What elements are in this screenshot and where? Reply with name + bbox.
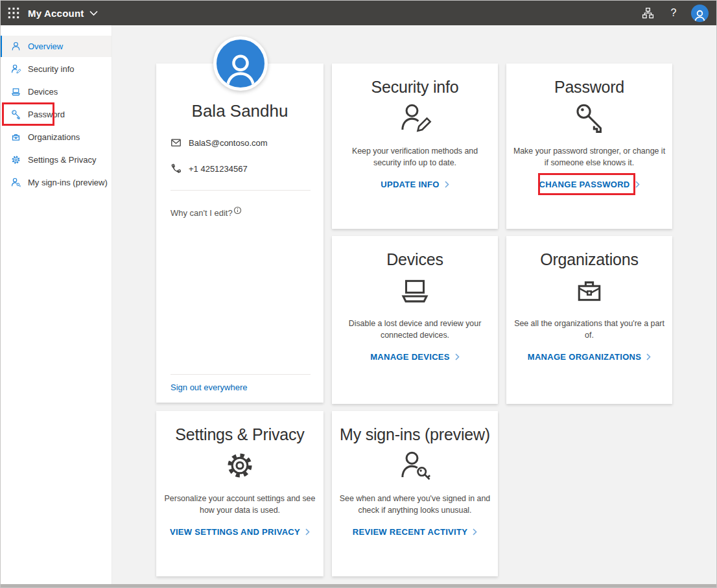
divider — [170, 374, 311, 375]
briefcase-icon — [572, 273, 607, 308]
person-icon — [10, 41, 21, 52]
card-title: Security info — [371, 78, 459, 97]
view-settings-privacy-link[interactable]: VIEW SETTINGS AND PRIVACY — [170, 527, 310, 537]
gear-icon — [10, 154, 21, 165]
card-description: Personalize your account settings and se… — [156, 493, 323, 517]
card-title: Settings & Privacy — [175, 425, 304, 444]
key-icon — [10, 109, 21, 120]
sidebar-item-my-sign-ins[interactable]: My sign-ins (preview) — [1, 172, 112, 193]
manage-devices-link[interactable]: MANAGE DEVICES — [370, 352, 460, 362]
sidebar-item-overview[interactable]: Overview — [1, 36, 112, 57]
sign-out-everywhere-link[interactable]: Sign out everywhere — [156, 382, 323, 392]
organizations-card: Organizations See all the organizations … — [506, 236, 672, 404]
sidebar-nav: Overview Security info Devices Password — [1, 25, 112, 584]
profile-email-row: BalaS@contoso.com — [156, 137, 323, 148]
card-description: Disable a lost device and review your co… — [332, 318, 498, 342]
person-key-icon — [397, 448, 432, 483]
chevron-right-icon — [445, 181, 449, 188]
chevron-right-icon — [305, 528, 310, 535]
chevron-right-icon — [635, 181, 640, 188]
avatar-person-icon — [691, 5, 709, 22]
security-info-card: Security info Keep your verification met… — [332, 64, 498, 229]
card-description: Keep your verification methods and secur… — [332, 146, 498, 169]
my-account-page: My Account ? — [0, 0, 717, 588]
help-icon[interactable]: ? — [663, 3, 684, 23]
gear-icon — [222, 448, 257, 483]
card-title: Organizations — [540, 250, 639, 269]
chevron-right-icon — [646, 353, 651, 360]
devices-card: Devices Disable a lost device and review… — [332, 236, 498, 404]
profile-phone-row: +1 4251234567 — [156, 163, 323, 174]
sidebar-item-label: Devices — [28, 87, 58, 97]
card-description: Make your password stronger, or change i… — [506, 146, 672, 169]
chevron-right-icon — [473, 528, 477, 535]
person-edit-icon — [10, 64, 21, 75]
app-launcher-waffle-icon[interactable] — [1, 1, 27, 25]
sidebar-item-devices[interactable]: Devices — [1, 81, 112, 102]
card-title: My sign-ins (preview) — [340, 425, 490, 444]
top-app-bar: My Account ? — [1, 1, 716, 25]
my-sign-ins-card: My sign-ins (preview) See when and where… — [332, 411, 498, 576]
account-avatar[interactable] — [689, 3, 710, 23]
edit-help-text: Why can't I edit? — [170, 208, 233, 218]
sidebar-item-security-info[interactable]: Security info — [1, 58, 112, 80]
card-title: Devices — [386, 250, 443, 269]
divider — [170, 190, 311, 191]
manage-organizations-link[interactable]: MANAGE ORGANIZATIONS — [528, 352, 651, 362]
sidebar-item-label: Settings & Privacy — [28, 155, 97, 165]
settings-privacy-card: Settings & Privacy Personalize your acco… — [156, 411, 323, 576]
main-content: Bala Sandhu BalaS@contoso.com +1 4251234… — [112, 25, 716, 584]
phone-icon — [170, 163, 182, 174]
laptop-icon — [10, 86, 21, 97]
profile-card: Bala Sandhu BalaS@contoso.com +1 4251234… — [156, 64, 323, 403]
person-key-icon — [10, 177, 21, 188]
sidebar-item-label: Security info — [28, 64, 75, 74]
sidebar-item-settings-privacy[interactable]: Settings & Privacy — [1, 149, 112, 171]
edit-help-line: Why can't I edit? — [156, 208, 323, 218]
password-card: Password Make your password stronger, or… — [506, 64, 672, 229]
profile-phone: +1 4251234567 — [189, 164, 248, 174]
sidebar-item-label: Overview — [28, 41, 63, 51]
info-icon[interactable] — [233, 206, 242, 215]
sidebar-item-label: My sign-ins (preview) — [28, 178, 108, 187]
mail-icon — [170, 137, 182, 148]
chevron-right-icon — [455, 353, 460, 360]
profile-email: BalaS@contoso.com — [189, 138, 268, 148]
organization-switcher-icon[interactable] — [637, 3, 658, 23]
spacer — [156, 218, 323, 374]
sidebar-item-label: Organizations — [28, 132, 80, 142]
card-description: See all the organizations that you're a … — [506, 318, 672, 342]
bottom-edge-strip — [1, 584, 716, 587]
profile-avatar-person-icon — [213, 36, 268, 91]
key-icon — [572, 100, 607, 135]
chevron-down-icon[interactable] — [89, 10, 98, 16]
sidebar-item-label: Password — [28, 110, 65, 119]
briefcase-icon — [10, 132, 21, 143]
app-title[interactable]: My Account — [28, 8, 84, 19]
sidebar-item-password[interactable]: Password — [1, 104, 112, 125]
sidebar-item-organizations[interactable]: Organizations — [1, 126, 112, 148]
person-edit-icon — [397, 100, 432, 135]
profile-name: Bala Sandhu — [156, 101, 323, 121]
update-info-link[interactable]: UPDATE INFO — [381, 180, 449, 189]
review-recent-activity-link[interactable]: REVIEW RECENT ACTIVITY — [353, 527, 477, 537]
laptop-icon — [397, 273, 432, 308]
card-description: See when and where you've signed in and … — [332, 493, 498, 517]
change-password-link[interactable]: CHANGE PASSWORD — [539, 180, 639, 189]
card-title: Password — [554, 78, 624, 97]
